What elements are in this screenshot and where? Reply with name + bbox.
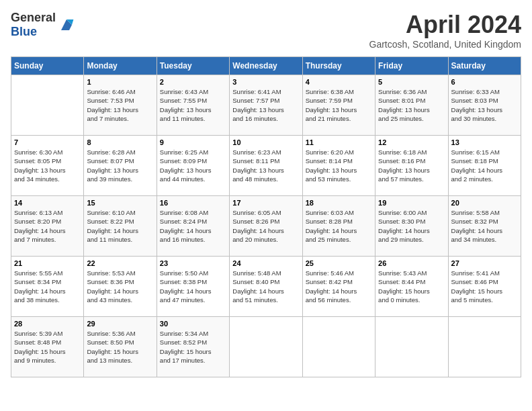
day-number: 28 [14,320,81,328]
calendar-header-row: SundayMondayTuesdayWednesdayThursdayFrid… [11,57,521,75]
day-info: Sunrise: 6:18 AM Sunset: 8:16 PM Dayligh… [378,148,445,183]
calendar-cell: 19Sunrise: 6:00 AM Sunset: 8:30 PM Dayli… [375,196,448,257]
logo: General Blue [11,11,75,39]
day-number: 13 [451,138,518,146]
calendar-cell: 1Sunrise: 6:46 AM Sunset: 7:53 PM Daylig… [84,75,157,136]
logo-icon [58,17,75,33]
calendar-week-row: 1Sunrise: 6:46 AM Sunset: 7:53 PM Daylig… [11,75,521,136]
calendar-cell: 6Sunrise: 6:33 AM Sunset: 8:03 PM Daylig… [448,75,521,136]
calendar-week-row: 28Sunrise: 5:39 AM Sunset: 8:48 PM Dayli… [11,317,521,377]
calendar-body: 1Sunrise: 6:46 AM Sunset: 7:53 PM Daylig… [11,75,521,377]
day-number: 5 [378,78,445,86]
day-number: 17 [232,199,299,207]
day-number: 20 [451,199,518,207]
logo-general: General [11,11,56,25]
calendar-cell: 5Sunrise: 6:36 AM Sunset: 8:01 PM Daylig… [375,75,448,136]
calendar-cell [230,317,302,377]
logo-blue: Blue [11,25,56,39]
calendar-cell [375,317,448,377]
day-number: 30 [160,320,226,328]
day-info: Sunrise: 6:10 AM Sunset: 8:22 PM Dayligh… [87,208,153,244]
calendar-cell: 23Sunrise: 5:50 AM Sunset: 8:38 PM Dayli… [157,257,229,317]
day-number: 10 [232,138,299,146]
day-info: Sunrise: 6:00 AM Sunset: 8:30 PM Dayligh… [378,208,445,244]
day-number: 26 [378,259,445,267]
day-number: 19 [378,199,445,207]
page-header: General Blue April 2024 Gartcosh, Scotla… [11,11,521,50]
day-info: Sunrise: 5:48 AM Sunset: 8:40 PM Dayligh… [232,269,299,304]
day-info: Sunrise: 6:05 AM Sunset: 8:26 PM Dayligh… [232,208,299,244]
day-info: Sunrise: 6:08 AM Sunset: 8:24 PM Dayligh… [160,208,226,244]
day-info: Sunrise: 5:50 AM Sunset: 8:38 PM Dayligh… [160,269,226,304]
calendar-cell: 12Sunrise: 6:18 AM Sunset: 8:16 PM Dayli… [375,136,448,196]
calendar-cell [448,317,521,377]
day-info: Sunrise: 6:03 AM Sunset: 8:28 PM Dayligh… [306,208,372,244]
calendar-cell: 7Sunrise: 6:30 AM Sunset: 8:05 PM Daylig… [11,136,84,196]
day-number: 14 [14,199,81,207]
day-info: Sunrise: 5:34 AM Sunset: 8:52 PM Dayligh… [160,329,226,365]
day-number: 12 [378,138,445,146]
day-number: 7 [14,138,81,146]
calendar-cell: 18Sunrise: 6:03 AM Sunset: 8:28 PM Dayli… [302,196,375,257]
calendar-cell: 15Sunrise: 6:10 AM Sunset: 8:22 PM Dayli… [84,196,157,257]
day-info: Sunrise: 5:46 AM Sunset: 8:42 PM Dayligh… [306,269,372,304]
day-info: Sunrise: 5:53 AM Sunset: 8:36 PM Dayligh… [87,269,153,304]
day-info: Sunrise: 5:39 AM Sunset: 8:48 PM Dayligh… [14,329,81,365]
day-of-week-header: Wednesday [230,57,302,75]
calendar-cell [302,317,375,377]
calendar-week-row: 7Sunrise: 6:30 AM Sunset: 8:05 PM Daylig… [11,136,521,196]
day-info: Sunrise: 6:25 AM Sunset: 8:09 PM Dayligh… [160,148,226,183]
calendar-cell: 2Sunrise: 6:43 AM Sunset: 7:55 PM Daylig… [157,75,229,136]
day-info: Sunrise: 6:43 AM Sunset: 7:55 PM Dayligh… [160,87,226,123]
day-of-week-header: Tuesday [157,57,229,75]
day-number: 18 [306,199,372,207]
day-info: Sunrise: 5:36 AM Sunset: 8:50 PM Dayligh… [87,329,153,365]
calendar-cell: 4Sunrise: 6:38 AM Sunset: 7:59 PM Daylig… [302,75,375,136]
title-block: April 2024 Gartcosh, Scotland, United Ki… [369,11,521,50]
day-info: Sunrise: 6:30 AM Sunset: 8:05 PM Dayligh… [14,148,81,183]
day-number: 8 [87,138,153,146]
location: Gartcosh, Scotland, United Kingdom [369,39,521,50]
day-info: Sunrise: 6:20 AM Sunset: 8:14 PM Dayligh… [306,148,372,183]
calendar-cell: 14Sunrise: 6:13 AM Sunset: 8:20 PM Dayli… [11,196,84,257]
calendar-cell: 16Sunrise: 6:08 AM Sunset: 8:24 PM Dayli… [157,196,229,257]
day-number: 11 [306,138,372,146]
calendar-cell: 11Sunrise: 6:20 AM Sunset: 8:14 PM Dayli… [302,136,375,196]
day-number: 2 [160,78,226,86]
day-info: Sunrise: 6:15 AM Sunset: 8:18 PM Dayligh… [451,148,518,183]
day-info: Sunrise: 5:41 AM Sunset: 8:46 PM Dayligh… [451,269,518,304]
calendar-cell [11,75,84,136]
day-info: Sunrise: 5:58 AM Sunset: 8:32 PM Dayligh… [451,208,518,244]
calendar-cell: 20Sunrise: 5:58 AM Sunset: 8:32 PM Dayli… [448,196,521,257]
calendar-cell: 28Sunrise: 5:39 AM Sunset: 8:48 PM Dayli… [11,317,84,377]
day-number: 21 [14,259,81,267]
day-info: Sunrise: 6:33 AM Sunset: 8:03 PM Dayligh… [451,87,518,123]
calendar-cell: 10Sunrise: 6:23 AM Sunset: 8:11 PM Dayli… [230,136,302,196]
day-of-week-header: Thursday [302,57,375,75]
month-title: April 2024 [369,11,521,39]
day-number: 3 [232,78,299,86]
day-number: 24 [232,259,299,267]
day-number: 25 [306,259,372,267]
day-number: 16 [160,199,226,207]
day-of-week-header: Monday [84,57,157,75]
logo-text: General Blue [11,11,56,39]
calendar-cell: 24Sunrise: 5:48 AM Sunset: 8:40 PM Dayli… [230,257,302,317]
calendar-cell: 26Sunrise: 5:43 AM Sunset: 8:44 PM Dayli… [375,257,448,317]
day-of-week-header: Sunday [11,57,84,75]
calendar-cell: 30Sunrise: 5:34 AM Sunset: 8:52 PM Dayli… [157,317,229,377]
day-info: Sunrise: 6:36 AM Sunset: 8:01 PM Dayligh… [378,87,445,123]
calendar-cell: 21Sunrise: 5:55 AM Sunset: 8:34 PM Dayli… [11,257,84,317]
calendar-cell: 22Sunrise: 5:53 AM Sunset: 8:36 PM Dayli… [84,257,157,317]
day-number: 1 [87,78,153,86]
day-number: 6 [451,78,518,86]
calendar-cell: 8Sunrise: 6:28 AM Sunset: 8:07 PM Daylig… [84,136,157,196]
day-info: Sunrise: 6:28 AM Sunset: 8:07 PM Dayligh… [87,148,153,183]
day-info: Sunrise: 5:43 AM Sunset: 8:44 PM Dayligh… [378,269,445,304]
day-number: 23 [160,259,226,267]
calendar-week-row: 21Sunrise: 5:55 AM Sunset: 8:34 PM Dayli… [11,257,521,317]
calendar-table: SundayMondayTuesdayWednesdayThursdayFrid… [11,56,521,377]
day-number: 15 [87,199,153,207]
day-info: Sunrise: 6:13 AM Sunset: 8:20 PM Dayligh… [14,208,81,244]
day-info: Sunrise: 6:23 AM Sunset: 8:11 PM Dayligh… [232,148,299,183]
